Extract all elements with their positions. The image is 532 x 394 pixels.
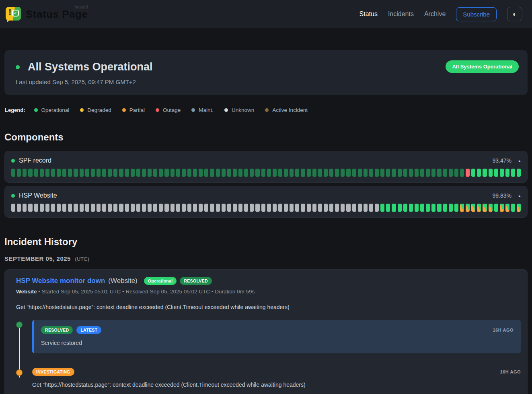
nav-link-archive[interactable]: Archive — [424, 10, 446, 18]
uptime-bar — [307, 204, 311, 212]
logo-text: hosted Status Page — [26, 8, 88, 21]
uptime-bar — [159, 169, 163, 177]
legend-item: Degraded — [80, 107, 111, 113]
uptime-bar — [369, 204, 373, 212]
uptime-bar — [290, 204, 294, 212]
incident-description: Get “https://hostedstatus.page”: context… — [11, 304, 521, 310]
uptime-bar — [403, 169, 407, 177]
uptime-bar — [164, 169, 168, 177]
uptime-bar — [153, 169, 157, 177]
uptime-bar — [136, 169, 140, 177]
uptime-bar — [142, 169, 146, 177]
uptime-bar — [57, 204, 61, 212]
uptime-bar — [222, 204, 226, 212]
uptime-bar — [380, 169, 384, 177]
uptime-bar — [250, 169, 254, 177]
legend-item-label: Unknown — [232, 107, 254, 113]
uptime-bar — [131, 204, 135, 212]
incident-history-heading: Incident History — [4, 236, 528, 248]
uptime-bar — [238, 169, 242, 177]
uptime-bar — [301, 204, 305, 212]
uptime-bar — [346, 204, 350, 212]
subscribe-button[interactable]: Subscribe — [456, 7, 497, 21]
uptime-bar — [392, 169, 396, 177]
uptime-bar — [91, 204, 95, 212]
incident-badge-operational: Operational — [144, 277, 177, 285]
uptime-bar — [466, 204, 470, 212]
uptime-bar — [199, 204, 203, 212]
uptime-bar — [193, 169, 197, 177]
legend-status-dot — [34, 108, 38, 112]
uptime-bar — [233, 204, 237, 212]
update-body: RESOLVED LATEST 16H AGO Service restored — [32, 320, 521, 353]
uptime-bar — [443, 169, 447, 177]
timeline-dot-column — [16, 320, 32, 328]
theme-toggle-button[interactable]: ◐ — [507, 7, 522, 21]
uptime-bar — [364, 204, 368, 212]
uptime-bar — [113, 204, 117, 212]
nav-link-status[interactable]: Status — [359, 10, 378, 18]
uptime-bar — [68, 204, 72, 212]
uptime-bar — [329, 169, 333, 177]
uptime-bar — [483, 169, 487, 177]
uptime-bar — [511, 169, 515, 177]
uptime-bar — [57, 169, 61, 177]
uptime-bar — [267, 169, 271, 177]
uptime-bar — [91, 169, 95, 177]
uptime-bar — [489, 169, 493, 177]
uptime-bar — [227, 204, 231, 212]
app-logo[interactable]: ! ✓ hosted Status Page — [5, 6, 88, 22]
uptime-bar — [40, 204, 44, 212]
uptime-bar — [295, 169, 299, 177]
uptime-bar — [483, 204, 487, 212]
component-header[interactable]: HSP Website 99.83% ▸ — [11, 192, 521, 199]
uptime-bar — [278, 169, 282, 177]
uptime-bar — [449, 169, 453, 177]
incident-scope: (Website) — [108, 277, 137, 285]
legend-status-dot — [265, 108, 269, 112]
component-header[interactable]: SPF record 93.47% ▸ — [11, 157, 521, 164]
uptime-bar — [238, 204, 242, 212]
incident-badge-resolved: RESOLVED — [180, 277, 212, 285]
uptime-bar — [420, 204, 424, 212]
uptime-bar — [17, 204, 21, 212]
logo-superscript: hosted — [74, 4, 88, 9]
uptime-bar — [233, 169, 237, 177]
nav-links: StatusIncidentsArchive — [359, 10, 446, 18]
uptime-bar — [136, 204, 140, 212]
overall-status-dot — [16, 65, 20, 69]
incident-title-link[interactable]: HSP Website monitor down — [16, 277, 105, 285]
expand-arrow-icon[interactable]: ▸ — [519, 194, 521, 198]
uptime-bar — [409, 204, 413, 212]
legend-item-label: Operational — [41, 107, 70, 113]
update-status-badge: INVESTIGATING — [32, 368, 74, 376]
uptime-bar — [273, 204, 277, 212]
status-legend: Legend: Operational Degraded Partial Out… — [4, 107, 528, 113]
uptime-bar — [369, 169, 373, 177]
uptime-bar — [324, 169, 328, 177]
uptime-bar — [415, 169, 419, 177]
uptime-bar — [108, 204, 112, 212]
uptime-bar — [108, 169, 112, 177]
expand-arrow-icon[interactable]: ▸ — [519, 159, 521, 163]
uptime-bar — [23, 204, 27, 212]
uptime-bar — [324, 204, 328, 212]
exclamation-icon: ! — [8, 8, 11, 17]
components-list: SPF record 93.47% ▸ HSP Website 99.83% ▸ — [4, 151, 528, 218]
legend-item: Unknown — [224, 107, 254, 113]
uptime-bar — [222, 169, 226, 177]
legend-item-label: Outage — [163, 107, 181, 113]
uptime-bar — [346, 169, 350, 177]
uptime-bar — [318, 169, 322, 177]
timeline-update: RESOLVED LATEST 16H AGO Service restored — [16, 320, 521, 353]
uptime-bar — [386, 204, 390, 212]
nav-link-incidents[interactable]: Incidents — [388, 10, 414, 18]
legend-item: Operational — [34, 107, 70, 113]
uptime-bar — [415, 204, 419, 212]
main-nav: StatusIncidentsArchive Subscribe ◐ — [359, 7, 522, 21]
uptime-bar — [352, 169, 356, 177]
uptime-bar — [505, 169, 509, 177]
uptime-bar — [307, 169, 311, 177]
component-card: HSP Website 99.83% ▸ — [4, 186, 528, 218]
uptime-bar — [284, 169, 288, 177]
